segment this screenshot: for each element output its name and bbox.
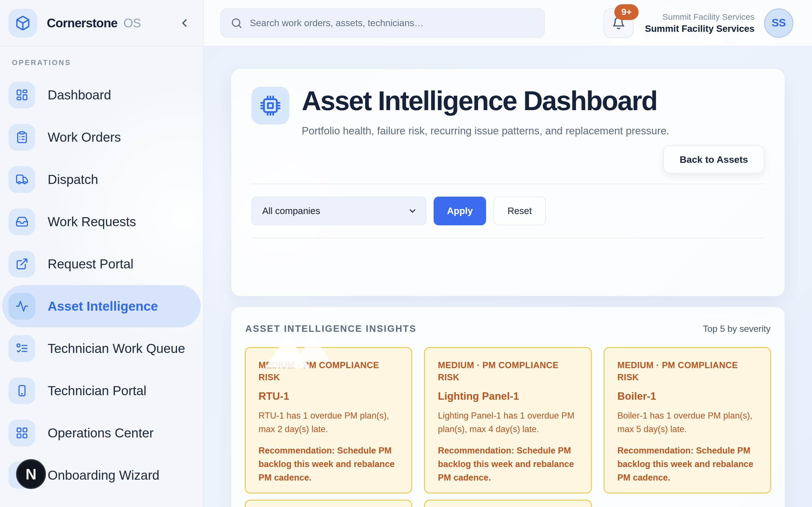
insight-severity: MEDIUM · PM COMPLIANCE RISK: [617, 359, 757, 384]
global-search: [220, 8, 545, 38]
insight-asset-name: Lighting Panel-1: [438, 390, 578, 402]
sidebar-item-label: Work Orders: [48, 129, 121, 145]
topbar: 9+ Summit Facility Services Summit Facil…: [204, 0, 812, 47]
sidebar-item-label: Operations Center: [48, 425, 154, 441]
org-name: Summit Facility Services: [645, 23, 755, 34]
sidebar: Cornerstone OS OPERATIONS Dashboard: [0, 0, 204, 507]
sidebar-section-label: OPERATIONS: [12, 58, 203, 67]
sidebar-item-label: Asset Intelligence: [48, 298, 158, 314]
insight-severity: MEDIUM · PM COMPLIANCE RISK: [259, 359, 398, 384]
search-input[interactable]: [250, 18, 535, 29]
sidebar-item-technician-portal[interactable]: Technician Portal: [2, 370, 201, 412]
truck-icon: [8, 166, 35, 193]
insight-recommendation: Recommendation: Schedule PM backlog this…: [438, 444, 578, 485]
dashboard-grid-icon: [8, 82, 35, 108]
activity-pulse-icon: [8, 293, 35, 320]
insight-cards-grid: MEDIUM · PM COMPLIANCE RISK RTU-1 RTU-1 …: [245, 347, 771, 507]
insights-heading: ASSET INTELLIGENCE INSIGHTS: [245, 323, 416, 334]
external-link-icon: [8, 251, 35, 277]
insight-card-boiler-1[interactable]: MEDIUM · PM COMPLIANCE RISK Boiler-1 Boi…: [604, 347, 771, 494]
notifications-button[interactable]: 9+: [604, 8, 633, 38]
main-content: Asset Intelligence Dashboard Portfolio h…: [204, 47, 812, 507]
apply-button[interactable]: Apply: [434, 196, 486, 225]
nextjs-dev-badge[interactable]: N: [16, 459, 46, 489]
insight-recommendation: Recommendation: Schedule PM backlog this…: [617, 444, 757, 485]
page-subtitle: Portfolio health, failure risk, recurrin…: [302, 122, 669, 140]
brand-text: Cornerstone OS: [47, 16, 141, 30]
app-logo: [8, 9, 37, 38]
insight-severity: MEDIUM · PM COMPLIANCE RISK: [438, 359, 578, 384]
notification-count-badge: 9+: [614, 4, 639, 20]
divider: [252, 238, 764, 238]
sidebar-item-label: Technician Work Queue: [48, 341, 185, 356]
clipboard-list-icon: [8, 124, 35, 151]
cube-logo-icon: [15, 15, 31, 31]
topbar-right-cluster: 9+ Summit Facility Services Summit Facil…: [604, 8, 794, 38]
sidebar-item-asset-intelligence[interactable]: Asset Intelligence: [2, 285, 201, 327]
insights-meta: Top 5 by severity: [703, 324, 770, 334]
org-block: Summit Facility Services Summit Facility…: [645, 12, 755, 34]
sidebar-item-request-portal[interactable]: Request Portal: [2, 243, 201, 285]
insight-asset-name: Boiler-1: [617, 390, 757, 402]
sidebar-item-work-orders[interactable]: Work Orders: [2, 116, 201, 158]
insight-card-lighting-panel-1[interactable]: MEDIUM · PM COMPLIANCE RISK Lighting Pan…: [424, 347, 592, 494]
sidebar-item-work-requests[interactable]: Work Requests: [2, 201, 201, 243]
brand-suffix: OS: [123, 16, 141, 30]
sidebar-item-label: Onboarding Wizard: [48, 467, 159, 483]
sidebar-item-label: Dashboard: [48, 87, 111, 103]
sidebar-collapse-button[interactable]: [176, 15, 193, 32]
insight-card-partial[interactable]: [424, 500, 592, 507]
page-title: Asset Intelligence Dashboard: [302, 86, 669, 116]
hero-card: Asset Intelligence Dashboard Portfolio h…: [231, 68, 785, 297]
insight-detail: Lighting Panel-1 has 1 overdue PM plan(s…: [438, 409, 578, 436]
chevron-down-icon: [408, 206, 417, 216]
sidebar-nav: Dashboard Work Orders Dis: [0, 74, 203, 496]
insight-card-rtu-1[interactable]: MEDIUM · PM COMPLIANCE RISK RTU-1 RTU-1 …: [245, 347, 412, 494]
grid-icon: [8, 420, 35, 446]
sidebar-item-technician-work-queue[interactable]: Technician Work Queue: [2, 327, 201, 370]
sidebar-item-label: Technician Portal: [48, 383, 146, 398]
brand-name: Cornerstone: [47, 16, 117, 30]
cpu-chip-icon: [252, 87, 289, 124]
hero-header: Asset Intelligence Dashboard Portfolio h…: [252, 86, 764, 140]
back-to-assets-button[interactable]: Back to Assets: [663, 145, 764, 173]
brand-row: Cornerstone OS: [0, 0, 203, 47]
org-name-secondary: Summit Facility Services: [645, 12, 755, 22]
insights-panel: ASSET INTELLIGENCE INSIGHTS Top 5 by sev…: [231, 306, 785, 507]
filter-row: All companies Apply Reset: [252, 184, 764, 238]
insights-header: ASSET INTELLIGENCE INSIGHTS Top 5 by sev…: [245, 323, 771, 334]
checklist-icon: [8, 335, 35, 362]
insight-card-partial[interactable]: [245, 500, 412, 507]
company-select[interactable]: All companies: [252, 196, 426, 225]
hero-actions: Back to Assets: [252, 145, 764, 173]
sidebar-item-dashboard[interactable]: Dashboard: [2, 74, 201, 116]
insight-detail: RTU-1 has 1 overdue PM plan(s), max 2 da…: [259, 409, 398, 436]
insight-detail: Boiler-1 has 1 overdue PM plan(s), max 5…: [617, 409, 757, 436]
insight-asset-name: RTU-1: [259, 390, 398, 402]
sidebar-item-label: Request Portal: [48, 256, 133, 272]
chevron-left-icon: [178, 17, 191, 29]
sidebar-item-label: Work Requests: [48, 214, 136, 229]
insight-recommendation: Recommendation: Schedule PM backlog this…: [259, 444, 398, 485]
sidebar-item-dispatch[interactable]: Dispatch: [2, 158, 201, 201]
search-icon: [231, 17, 243, 29]
reset-button[interactable]: Reset: [493, 196, 546, 225]
smartphone-icon: [8, 378, 35, 404]
hero-text: Asset Intelligence Dashboard Portfolio h…: [302, 86, 669, 140]
company-select-value: All companies: [262, 206, 320, 216]
sidebar-item-operations-center[interactable]: Operations Center: [2, 412, 201, 454]
inbox-icon: [8, 209, 35, 235]
sidebar-item-label: Dispatch: [48, 172, 98, 187]
user-avatar[interactable]: SS: [764, 8, 794, 38]
